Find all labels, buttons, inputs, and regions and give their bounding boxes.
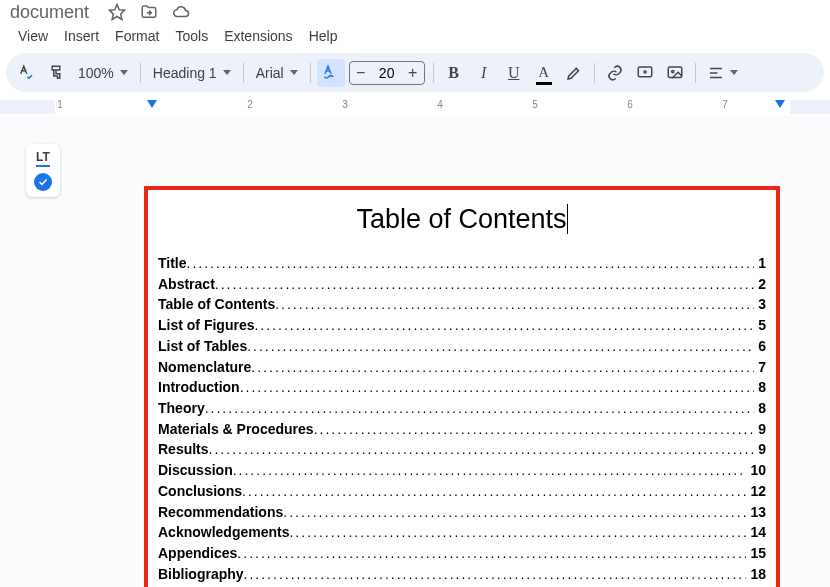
paragraph-style-dropdown[interactable]: Heading 1	[147, 59, 237, 87]
toc-page-number: 7	[754, 357, 766, 378]
font-size-increase[interactable]: +	[402, 61, 424, 85]
toc-row[interactable]: List of Tables..........................…	[158, 336, 766, 357]
bold-button[interactable]: B	[440, 59, 468, 87]
toc-page-number: 5	[754, 315, 766, 336]
toc-leader-dots: ........................................…	[237, 543, 746, 564]
insert-link-icon[interactable]	[601, 59, 629, 87]
toc-page-number: 8	[754, 377, 766, 398]
font-size-box: − +	[349, 61, 425, 85]
toc-label: Appendices	[158, 543, 237, 564]
toc-leader-dots: ........................................…	[187, 253, 755, 274]
toc-leader-dots: ........................................…	[283, 502, 746, 523]
right-indent-marker-icon[interactable]	[775, 100, 785, 108]
toc-label: Abstract	[158, 274, 215, 295]
font-size-input[interactable]	[372, 65, 402, 81]
edit-mode-icon[interactable]	[317, 59, 345, 87]
separator	[140, 63, 141, 83]
font-size-decrease[interactable]: −	[350, 61, 372, 85]
ruler[interactable]: 1 2 3 4 5 6 7	[0, 96, 830, 116]
doc-title[interactable]: document	[10, 2, 89, 23]
toc-page-number: 10	[746, 460, 766, 481]
separator	[243, 63, 244, 83]
toc-row[interactable]: Acknowledgements........................…	[158, 522, 766, 543]
toc-row[interactable]: List of Figures.........................…	[158, 315, 766, 336]
toc-page-number: 14	[746, 522, 766, 543]
toc-page-number: 1	[754, 253, 766, 274]
toc-row[interactable]: Conclusions.............................…	[158, 481, 766, 502]
menu-view[interactable]: View	[10, 26, 56, 46]
toc-leader-dots: ........................................…	[314, 419, 755, 440]
ruler-tick: 2	[247, 99, 253, 110]
toc-page-number: 6	[754, 336, 766, 357]
add-comment-icon[interactable]	[631, 59, 659, 87]
toc-label: Conclusions	[158, 481, 242, 502]
indent-marker-icon[interactable]	[147, 100, 157, 108]
paint-format-icon[interactable]	[42, 59, 70, 87]
menu-tools[interactable]: Tools	[167, 26, 216, 46]
separator	[594, 63, 595, 83]
badge-letters: LT	[36, 150, 50, 167]
underline-button[interactable]: U	[500, 59, 528, 87]
toc-row[interactable]: Appendices..............................…	[158, 543, 766, 564]
toc-leader-dots: ........................................…	[275, 294, 754, 315]
toc-leader-dots: ........................................…	[254, 315, 754, 336]
toc-row[interactable]: Recommendations.........................…	[158, 502, 766, 523]
text-color-button[interactable]: A	[530, 59, 558, 87]
toc-row[interactable]: Materials & Procedures..................…	[158, 419, 766, 440]
align-icon[interactable]	[702, 59, 730, 87]
toc-row[interactable]: Abstract................................…	[158, 274, 766, 295]
toc-row[interactable]: Title...................................…	[158, 253, 766, 274]
title-bar: document	[0, 0, 830, 24]
insert-image-icon[interactable]	[661, 59, 689, 87]
menu-bar: View Insert Format Tools Extensions Help	[0, 24, 830, 48]
toc-label: Table of Contents	[158, 294, 275, 315]
toc-row[interactable]: Theory..................................…	[158, 398, 766, 419]
toolbar: 100% Heading 1 Arial − + B I U A	[6, 52, 824, 92]
page[interactable]: Table of Contents Title.................…	[144, 186, 780, 587]
highlight-icon[interactable]	[560, 59, 588, 87]
toc-row[interactable]: Introduction............................…	[158, 377, 766, 398]
ruler-tick: 4	[437, 99, 443, 110]
toc-row[interactable]: Results.................................…	[158, 439, 766, 460]
toc-list: Title...................................…	[158, 253, 766, 585]
star-icon[interactable]	[107, 2, 127, 22]
toc-leader-dots: ........................................…	[244, 564, 747, 585]
toc-row[interactable]: Discussion..............................…	[158, 460, 766, 481]
toc-page-number: 3	[754, 294, 766, 315]
font-dropdown[interactable]: Arial	[250, 59, 304, 87]
toc-page-number: 15	[746, 543, 766, 564]
toc-label: Theory	[158, 398, 205, 419]
chevron-down-icon	[223, 70, 231, 75]
move-folder-icon[interactable]	[139, 2, 159, 22]
toc-label: List of Tables	[158, 336, 247, 357]
toc-leader-dots: ........................................…	[209, 439, 755, 460]
zoom-value: 100%	[78, 65, 114, 81]
style-value: Heading 1	[153, 65, 217, 81]
toc-row[interactable]: Bibliography............................…	[158, 564, 766, 585]
toc-page-number: 9	[754, 439, 766, 460]
italic-button[interactable]: I	[470, 59, 498, 87]
toc-leader-dots: ........................................…	[215, 274, 754, 295]
toc-label: Results	[158, 439, 209, 460]
accessibility-badge[interactable]: LT	[26, 144, 60, 197]
zoom-dropdown[interactable]: 100%	[72, 59, 134, 87]
menu-help[interactable]: Help	[301, 26, 346, 46]
cloud-status-icon[interactable]	[171, 2, 191, 22]
svg-marker-0	[110, 5, 125, 20]
toc-leader-dots: ........................................…	[240, 377, 755, 398]
toc-label: Acknowledgements	[158, 522, 289, 543]
toc-leader-dots: ........................................…	[233, 460, 747, 481]
menu-extensions[interactable]: Extensions	[216, 26, 300, 46]
chevron-down-icon	[290, 70, 298, 75]
menu-insert[interactable]: Insert	[56, 26, 107, 46]
chevron-down-icon[interactable]	[730, 70, 738, 75]
toc-label: Title	[158, 253, 187, 274]
toc-leader-dots: ........................................…	[242, 481, 746, 502]
toc-row[interactable]: Table of Contents.......................…	[158, 294, 766, 315]
separator	[310, 63, 311, 83]
spellcheck-icon[interactable]	[12, 59, 40, 87]
toc-label: Introduction	[158, 377, 240, 398]
ruler-tick: 6	[627, 99, 633, 110]
toc-row[interactable]: Nomenclature............................…	[158, 357, 766, 378]
menu-format[interactable]: Format	[107, 26, 167, 46]
